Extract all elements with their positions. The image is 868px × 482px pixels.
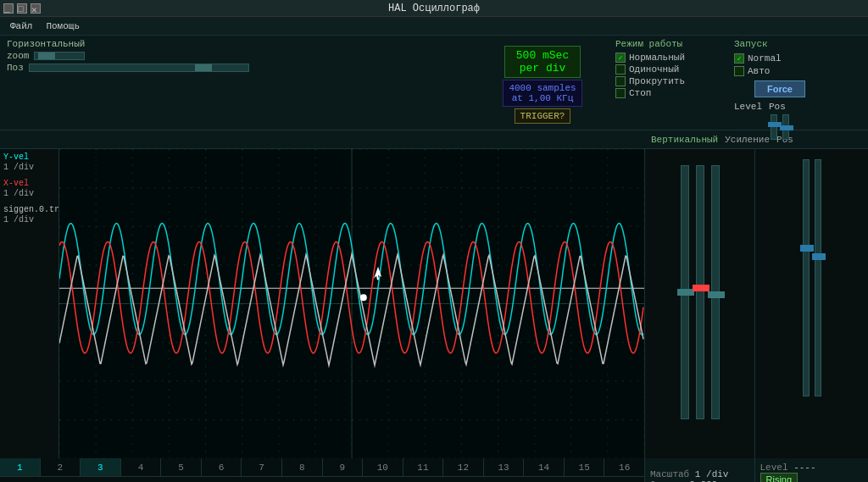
mode-normal-cb[interactable]: ✓ [615, 53, 626, 63]
rising-row: Rising [760, 473, 863, 482]
mode-scroll-row[interactable]: Прокрутить [615, 76, 724, 86]
right-run-panel [754, 149, 868, 458]
vert-slider-2[interactable] [696, 165, 704, 419]
minimize-button[interactable]: _ [3, 3, 14, 14]
run-normal-row[interactable]: ✓ Normal [734, 53, 826, 64]
mode-single-cb[interactable] [615, 64, 626, 75]
num-cell-15[interactable]: 15 [565, 458, 605, 476]
pos-label-run: Pos [769, 102, 786, 112]
channel-labels: Y-vel 1 /div X-vel 1 /div siggen.0.trian… [0, 149, 59, 458]
menu-help[interactable]: Помощь [39, 19, 86, 33]
zoom-label: zoom [7, 51, 29, 61]
bottom-run-section: Level ---- Rising Source None [755, 458, 868, 482]
run-level-sliders [759, 159, 865, 396]
run-auto-label: Авто [748, 66, 770, 76]
titlebar: _ □ ✕ HAL Осциллограф [0, 0, 868, 17]
run-auto-row[interactable]: Авто [734, 66, 826, 76]
bottom-info-row: Выбранный канал 3 siggen.0.triangle f( 1… [0, 477, 644, 482]
channel-tri-name: siggen.0.triangle [3, 205, 55, 214]
mode-scroll-label: Прокрутить [629, 76, 685, 86]
vert-handle-2[interactable] [693, 285, 709, 291]
maximize-button[interactable]: □ [17, 3, 27, 14]
sample-count: 4000 samples [509, 83, 576, 93]
num-cell-6[interactable]: 6 [202, 458, 242, 476]
pos-mini-slider[interactable] [782, 114, 789, 140]
num-cell-13[interactable]: 13 [484, 458, 525, 476]
num-cell-14[interactable]: 14 [524, 458, 565, 476]
rising-button[interactable]: Rising [760, 473, 798, 482]
run-title: Запуск [734, 39, 826, 49]
level-bottom-label: Level [760, 463, 788, 473]
num-cell-9[interactable]: 9 [323, 458, 364, 476]
close-button[interactable]: ✕ [31, 3, 41, 14]
vert-handle-3[interactable] [708, 291, 725, 298]
vert-slider-3[interactable] [711, 165, 720, 419]
main-area: Y-vel 1 /div X-vel 1 /div siggen.0.trian… [0, 149, 868, 458]
level-label: Level [734, 102, 762, 112]
num-cell-8[interactable]: 8 [282, 458, 323, 476]
num-cell-16[interactable]: 16 [604, 458, 644, 476]
channel-x-scale: 1 /div [3, 189, 55, 198]
run-level-handle-1[interactable] [800, 245, 814, 252]
bottom-right-section: Масштаб 1 /div Отступ 0.000 Level ---- R… [644, 458, 868, 482]
pos-mini-handle[interactable] [780, 125, 793, 130]
pos-row: Поз [7, 63, 468, 73]
vert-усиление: Усиление [725, 135, 770, 145]
num-cell-7[interactable]: 7 [242, 458, 282, 476]
zoom-slider[interactable] [34, 52, 85, 60]
run-level-row: Level ---- [760, 463, 863, 473]
pos-slider[interactable] [29, 64, 249, 72]
vert-handle-1[interactable] [677, 289, 694, 296]
vert-label-right: Вертикальный Усиление Pos [644, 135, 868, 145]
mode-stop-label: Стоп [629, 88, 651, 98]
mode-single-label: Одиночный [629, 64, 679, 75]
pos-label: Поз [7, 63, 24, 73]
force-button[interactable]: Force [754, 80, 805, 97]
vert-title: Вертикальный [651, 135, 718, 145]
bottom-osc-section: 1 2 3 4 5 6 7 8 9 10 11 12 13 14 15 16 В… [0, 458, 644, 482]
osc-waveform-canvas [59, 149, 644, 458]
vert-slider-container [648, 152, 751, 424]
run-auto-cb[interactable] [734, 66, 744, 76]
level-bottom-val: ---- [793, 463, 815, 473]
mode-scroll-cb[interactable] [615, 76, 626, 86]
osc-canvas-area[interactable] [59, 149, 644, 458]
horiz-title: Горизонтальный [7, 39, 85, 49]
time-per-div: 500 mSec per div [504, 46, 581, 78]
scale-val: 1 /div [695, 469, 729, 479]
vert-slider-1[interactable] [681, 165, 689, 419]
num-cell-4[interactable]: 4 [121, 458, 162, 476]
level-pos-row: Level Pos [734, 102, 826, 112]
window-controls[interactable]: _ □ ✕ [3, 3, 41, 14]
top-controls: Горизонтальный zoom Поз 500 mSec per div… [0, 36, 868, 130]
num-cell-1[interactable]: 1 [0, 458, 41, 476]
pos-handle[interactable] [195, 64, 212, 71]
mode-stop-cb[interactable] [615, 88, 626, 98]
mode-single-row[interactable]: Одиночный [615, 64, 724, 75]
num-cell-11[interactable]: 11 [403, 458, 444, 476]
horiz-title-row: Горизонтальный [7, 39, 468, 49]
mode-normal-row[interactable]: ✓ Нормальный [615, 53, 724, 63]
bottom-number-row: 1 2 3 4 5 6 7 8 9 10 11 12 13 14 15 16 [0, 458, 644, 477]
time-value: 500 mSec [516, 49, 569, 62]
trigger-button[interactable]: TRIGGER? [515, 108, 571, 124]
num-cell-10[interactable]: 10 [363, 458, 403, 476]
menubar: Файл Помощь [0, 17, 868, 36]
num-cell-3[interactable]: 3 [81, 458, 121, 476]
run-level-handle-2[interactable] [812, 253, 826, 260]
mode-stop-row[interactable]: Стоп [615, 88, 724, 98]
right-panels [644, 149, 868, 458]
window-title: HAL Осциллограф [388, 3, 480, 14]
num-cell-12[interactable]: 12 [443, 458, 484, 476]
bottom-status: 1 2 3 4 5 6 7 8 9 10 11 12 13 14 15 16 В… [0, 458, 868, 482]
run-level-track-1[interactable] [803, 159, 810, 396]
run-normal-cb[interactable]: ✓ [734, 53, 744, 64]
num-cell-2[interactable]: 2 [41, 458, 81, 476]
level-mini-slider[interactable] [771, 114, 777, 140]
menu-file[interactable]: Файл [3, 19, 39, 33]
run-level-track-2[interactable] [815, 159, 821, 396]
osc-inner [59, 149, 644, 458]
zoom-handle[interactable] [38, 53, 55, 59]
num-cell-5[interactable]: 5 [161, 458, 202, 476]
run-normal-label: Normal [748, 53, 782, 64]
